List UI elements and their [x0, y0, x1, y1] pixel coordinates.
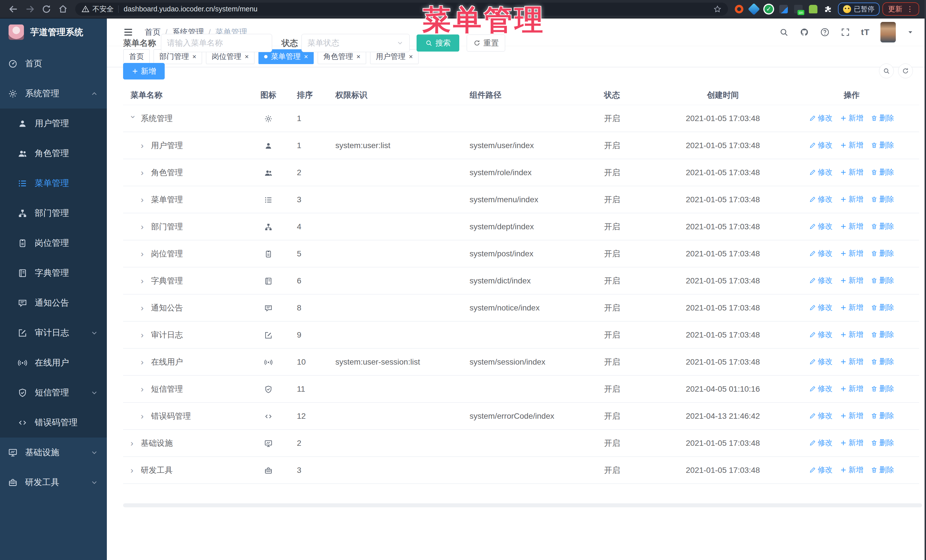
delete-link[interactable]: 删除: [871, 411, 894, 421]
chevron-down-icon[interactable]: [906, 29, 914, 36]
tree-toggle-icon[interactable]: ›: [141, 330, 148, 340]
edit-link[interactable]: 修改: [809, 275, 832, 285]
extension-icon[interactable]: [794, 5, 803, 14]
reload-button[interactable]: [41, 4, 51, 14]
delete-link[interactable]: 删除: [871, 194, 894, 204]
add-link[interactable]: 新增: [840, 357, 863, 367]
add-link[interactable]: 新增: [840, 411, 863, 421]
add-link[interactable]: 新增: [840, 438, 863, 448]
address-bar[interactable]: 不安全 dashboard.yudao.iocoder.cn/system/me…: [75, 3, 728, 16]
add-link[interactable]: 新增: [840, 221, 863, 231]
close-icon[interactable]: ×: [356, 53, 360, 60]
edit-link[interactable]: 修改: [809, 167, 832, 177]
add-link[interactable]: 新增: [840, 329, 863, 340]
update-button[interactable]: 更新 ⋮: [882, 2, 919, 16]
add-link[interactable]: 新增: [840, 167, 863, 177]
edit-link[interactable]: 修改: [809, 248, 832, 258]
add-link[interactable]: 新增: [840, 302, 863, 312]
delete-link[interactable]: 删除: [871, 221, 894, 231]
tree-toggle-icon[interactable]: ›: [130, 438, 138, 448]
edit-link[interactable]: 修改: [809, 221, 832, 231]
edit-link[interactable]: 修改: [809, 140, 832, 150]
table-refresh-button[interactable]: [898, 63, 913, 78]
delete-link[interactable]: 删除: [871, 140, 894, 150]
extensions-puzzle-icon[interactable]: [824, 5, 832, 14]
sidebar-item-shield[interactable]: 短信管理: [0, 378, 107, 408]
menu-name-input[interactable]: [161, 34, 272, 52]
sidebar-item-code[interactable]: 错误码管理: [0, 408, 107, 438]
bookmark-star-icon[interactable]: [713, 5, 722, 14]
delete-link[interactable]: 删除: [871, 465, 894, 475]
url-text[interactable]: dashboard.yudao.iocoder.cn/system/menu: [124, 5, 257, 13]
tree-toggle-icon[interactable]: ›: [141, 249, 148, 259]
add-link[interactable]: 新增: [840, 465, 863, 475]
tree-toggle-icon[interactable]: ›: [141, 276, 148, 286]
tree-toggle-icon[interactable]: ›: [141, 168, 148, 177]
status-dropdown[interactable]: 菜单状态: [301, 34, 410, 52]
sidebar-item-list[interactable]: 菜单管理: [0, 168, 107, 198]
sidebar-item-message[interactable]: 通知公告: [0, 288, 107, 318]
extension-icon[interactable]: ✓: [764, 5, 773, 14]
sidebar-item-tree[interactable]: 部门管理: [0, 198, 107, 228]
delete-link[interactable]: 删除: [871, 113, 894, 123]
search-button[interactable]: 搜索: [416, 35, 459, 51]
not-secure-warning-icon[interactable]: [82, 5, 89, 13]
sidebar-item-book[interactable]: 字典管理: [0, 258, 107, 288]
forward-button[interactable]: [25, 4, 35, 14]
edit-link[interactable]: 修改: [809, 465, 832, 475]
sidebar-item-badge[interactable]: 岗位管理: [0, 228, 107, 258]
tree-toggle-icon[interactable]: ›: [141, 303, 148, 313]
tree-toggle-icon[interactable]: ›: [141, 411, 148, 421]
font-size-icon[interactable]: tT: [861, 27, 870, 37]
tree-toggle-icon[interactable]: ›: [141, 141, 148, 150]
paused-badge[interactable]: 已暂停: [838, 3, 879, 16]
close-icon[interactable]: ×: [409, 53, 413, 60]
tree-toggle-icon[interactable]: ›: [141, 357, 148, 367]
sidebar-item-toolbox[interactable]: 研发工具: [0, 468, 107, 497]
extension-icon[interactable]: [809, 5, 817, 14]
add-button[interactable]: 新增: [123, 63, 165, 80]
close-icon[interactable]: ×: [245, 53, 249, 60]
table-search-toggle-button[interactable]: [879, 63, 894, 78]
edit-link[interactable]: 修改: [809, 384, 832, 394]
edit-link[interactable]: 修改: [809, 194, 832, 204]
delete-link[interactable]: 删除: [871, 275, 894, 285]
home-button[interactable]: [58, 4, 68, 14]
github-icon[interactable]: [799, 27, 809, 37]
delete-link[interactable]: 删除: [871, 438, 894, 448]
delete-link[interactable]: 删除: [871, 167, 894, 177]
edit-link[interactable]: 修改: [809, 113, 832, 123]
kebab-menu-icon[interactable]: ⋮: [906, 5, 914, 12]
sidebar-item-online[interactable]: 在线用户: [0, 348, 107, 378]
sidebar-item-monitor[interactable]: 基础设施: [0, 438, 107, 468]
edit-link[interactable]: 修改: [809, 329, 832, 340]
edit-link[interactable]: 修改: [809, 357, 832, 367]
back-button[interactable]: [8, 4, 18, 14]
extension-icon[interactable]: [735, 5, 743, 14]
add-link[interactable]: 新增: [840, 384, 863, 394]
tree-toggle-icon[interactable]: ›: [141, 384, 148, 394]
extension-icon[interactable]: [748, 3, 760, 15]
tree-toggle-icon[interactable]: ›: [141, 222, 148, 232]
add-link[interactable]: 新增: [840, 275, 863, 285]
delete-link[interactable]: 删除: [871, 384, 894, 394]
sidebar-item-dashboard[interactable]: 首页: [0, 49, 107, 78]
sidebar-item-edit[interactable]: 审计日志: [0, 318, 107, 348]
add-link[interactable]: 新增: [840, 113, 863, 123]
sidebar-item-gear[interactable]: 系统管理: [0, 78, 107, 109]
extension-icon[interactable]: [779, 5, 788, 14]
close-icon[interactable]: ×: [304, 53, 308, 60]
tree-toggle-icon[interactable]: ›: [141, 195, 148, 205]
search-icon[interactable]: [779, 27, 789, 37]
edit-link[interactable]: 修改: [809, 438, 832, 448]
horizontal-scrollbar[interactable]: [123, 503, 922, 507]
tree-toggle-icon[interactable]: ›: [129, 115, 138, 123]
help-icon[interactable]: [820, 27, 830, 37]
fullscreen-icon[interactable]: [841, 27, 850, 37]
delete-link[interactable]: 删除: [871, 329, 894, 340]
user-avatar[interactable]: [881, 22, 896, 42]
delete-link[interactable]: 删除: [871, 302, 894, 312]
sidebar-item-users[interactable]: 角色管理: [0, 139, 107, 168]
delete-link[interactable]: 删除: [871, 248, 894, 258]
add-link[interactable]: 新增: [840, 194, 863, 204]
